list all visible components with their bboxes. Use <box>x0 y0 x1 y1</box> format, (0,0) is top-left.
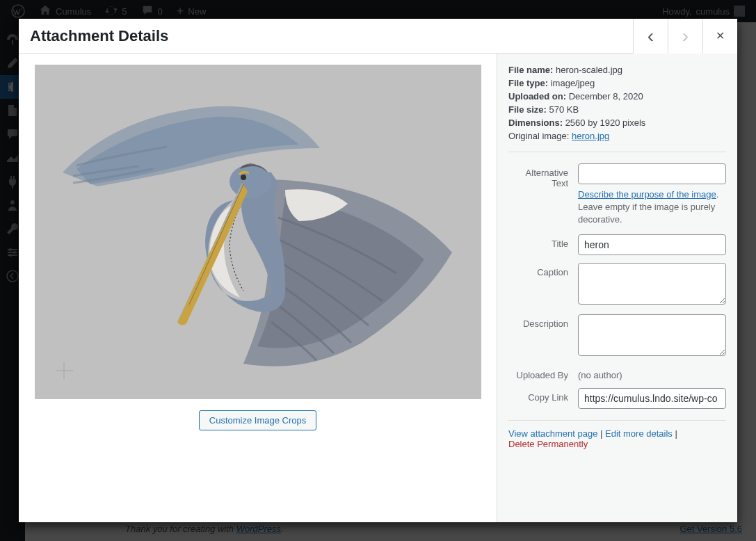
caption-setting: Caption <box>508 263 726 307</box>
copy-link-setting: Copy Link <box>508 388 726 409</box>
attachment-details-pane: File name: heron-scaled.jpg File type: i… <box>497 54 737 522</box>
alt-text-setting: Alternative Text Describe the purpose of… <box>508 163 726 227</box>
view-attachment-page-link[interactable]: View attachment page <box>508 428 597 439</box>
prev-attachment-button[interactable]: ‹ <box>633 19 668 54</box>
attachment-actions: View attachment page | Edit more details… <box>508 420 726 449</box>
file-name: heron-scaled.jpg <box>556 65 622 75</box>
alt-text-label: Alternative Text <box>508 163 578 188</box>
file-details: File name: heron-scaled.jpg File type: i… <box>508 65 726 152</box>
caption-label: Caption <box>508 263 578 277</box>
description-input[interactable] <box>578 314 726 356</box>
uploaded-by-setting: Uploaded By (no author) <box>508 366 726 380</box>
uploaded-by-label: Uploaded By <box>508 366 578 380</box>
close-modal-button[interactable]: ✕ <box>702 19 737 54</box>
dimensions-label: Dimensions: <box>508 118 563 128</box>
file-size: 570 KB <box>549 104 579 115</box>
chevron-left-icon: ‹ <box>648 25 654 47</box>
title-input[interactable] <box>578 234 726 255</box>
next-attachment-button: › <box>668 19 702 54</box>
alt-help-link[interactable]: Describe the purpose of the image <box>578 189 716 200</box>
file-size-label: File size: <box>508 104 547 115</box>
uploaded-by-value: (no author) <box>578 366 726 380</box>
modal-title: Attachment Details <box>30 19 168 54</box>
uploaded-on: December 8, 2020 <box>569 91 643 102</box>
modal-nav: ‹ › ✕ <box>633 19 737 54</box>
original-image-link[interactable]: heron.jpg <box>572 131 609 141</box>
sep2: | <box>673 428 677 439</box>
file-type-label: File type: <box>508 78 548 88</box>
sep1: | <box>597 428 605 439</box>
file-type: image/jpeg <box>551 78 595 88</box>
copy-link-label: Copy Link <box>508 388 578 403</box>
svg-point-10 <box>241 175 246 180</box>
delete-permanently-link[interactable]: Delete Permanently <box>508 439 588 449</box>
title-label: Title <box>508 234 578 249</box>
edit-more-details-link[interactable]: Edit more details <box>605 428 673 439</box>
dimensions: 2560 by 1920 pixels <box>565 118 646 128</box>
description-label: Description <box>508 314 578 329</box>
attachment-image <box>35 65 481 399</box>
caption-input[interactable] <box>578 263 726 305</box>
file-name-label: File name: <box>508 65 553 75</box>
original-image-label: Original image: <box>508 131 572 141</box>
alt-text-input[interactable] <box>578 163 726 184</box>
uploaded-on-label: Uploaded on: <box>508 91 566 102</box>
customize-image-crops-button[interactable]: Customize Image Crops <box>199 410 316 430</box>
copy-link-input[interactable] <box>578 388 726 409</box>
chevron-right-icon: › <box>682 25 689 47</box>
title-setting: Title <box>508 234 726 255</box>
description-setting: Description <box>508 314 726 358</box>
attachment-details-modal: Attachment Details ‹ › ✕ <box>19 19 737 522</box>
close-icon: ✕ <box>716 29 725 42</box>
modal-header: Attachment Details ‹ › ✕ <box>19 19 737 54</box>
attachment-preview-pane: Customize Image Crops <box>19 54 497 522</box>
